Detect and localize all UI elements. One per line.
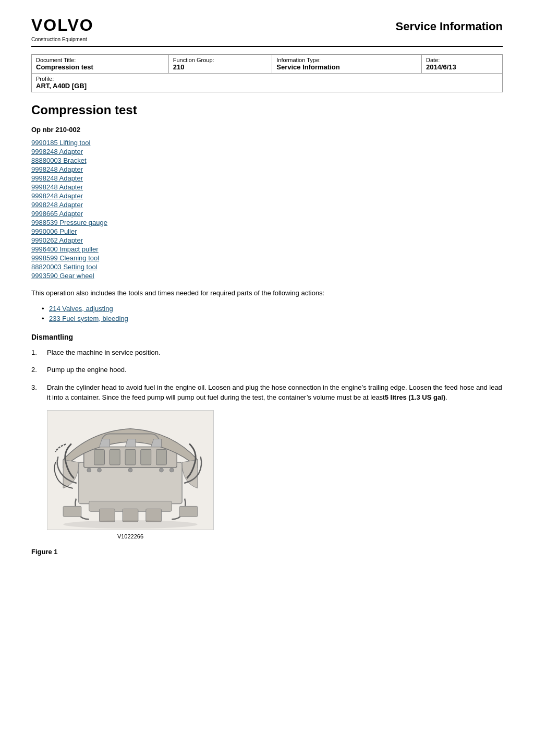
meta-date-cell: Date: 2014/6/13 — [421, 55, 502, 74]
list-item: 9990185 Lifting tool — [31, 139, 503, 147]
step-number-3: 3. — [31, 382, 47, 541]
tools-list: 9990185 Lifting tool 9998248 Adapter 888… — [31, 139, 503, 280]
step-content-3: Drain the cylinder head to avoid fuel in… — [47, 382, 503, 541]
step-2: 2. Pump up the engine hood. — [31, 365, 503, 375]
svg-point-16 — [128, 468, 132, 472]
bold-litres: 5 litres (1.3 US gal) — [385, 393, 445, 401]
page-title: Compression test — [31, 103, 503, 117]
function-group-label: Function Group: — [173, 57, 268, 63]
description-text: This operation also includes the tools a… — [31, 288, 503, 298]
tool-link-8[interactable]: 9998248 Adapter — [31, 201, 83, 209]
tool-link-15[interactable]: 88820003 Setting tool — [31, 263, 98, 271]
tool-link-12[interactable]: 9990262 Adapter — [31, 236, 83, 244]
list-item: 9993590 Gear wheel — [31, 272, 503, 280]
dismantling-heading: Dismantling — [31, 333, 503, 341]
list-item: 9996400 Impact puller — [31, 245, 503, 253]
service-information-title: Service Information — [396, 20, 503, 33]
svg-rect-7 — [156, 449, 167, 465]
svg-rect-6 — [141, 449, 151, 465]
page-header: VOLVO Construction Equipment Service Inf… — [31, 16, 503, 43]
related-link-2[interactable]: 233 Fuel system, bleeding — [49, 315, 128, 322]
svg-rect-9 — [100, 509, 115, 522]
tool-link-11[interactable]: 9990006 Puller — [31, 227, 77, 235]
svg-rect-3 — [94, 449, 105, 465]
document-title-label: Document Title: — [36, 57, 164, 63]
date-label: Date: — [426, 57, 498, 63]
svg-rect-5 — [125, 449, 136, 465]
list-item: 9998248 Adapter — [31, 183, 503, 191]
list-item: 233 Fuel system, bleeding — [42, 315, 503, 322]
list-item: 9998248 Adapter — [31, 201, 503, 209]
list-item: 9998248 Adapter — [31, 192, 503, 200]
logo-area: VOLVO Construction Equipment — [31, 16, 94, 43]
engine-illustration — [47, 411, 213, 530]
figure-label: Figure 1 — [31, 548, 503, 556]
list-item: 9998599 Cleaning tool — [31, 254, 503, 262]
tool-link-5[interactable]: 9998248 Adapter — [31, 174, 83, 182]
list-item: 9998248 Adapter — [31, 165, 503, 173]
step-1: 1. Place the machine in service position… — [31, 347, 503, 358]
step-number-1: 1. — [31, 347, 47, 358]
svg-point-18 — [169, 468, 174, 472]
tool-link-13[interactable]: 9996400 Impact puller — [31, 245, 99, 253]
meta-profile-row: Profile: ART, A40D [GB] — [32, 74, 503, 92]
meta-function-group-cell: Function Group: 210 — [168, 55, 272, 74]
list-item: 9990006 Puller — [31, 227, 503, 235]
svg-point-14 — [87, 468, 91, 472]
tool-link-10[interactable]: 9988539 Pressure gauge — [31, 219, 107, 226]
engine-diagram — [47, 410, 214, 530]
step-content-2: Pump up the engine hood. — [47, 365, 503, 375]
step-number-2: 2. — [31, 365, 47, 375]
document-title-value: Compression test — [36, 63, 164, 71]
svg-point-15 — [98, 468, 102, 472]
list-item: 9998665 Adapter — [31, 210, 503, 218]
tool-link-3[interactable]: 88880003 Bracket — [31, 157, 87, 164]
related-links-list: 214 Valves, adjusting 233 Fuel system, b… — [42, 305, 503, 322]
list-item: 88880003 Bracket — [31, 157, 503, 164]
tool-link-9[interactable]: 9998665 Adapter — [31, 210, 83, 218]
step-3: 3. Drain the cylinder head to avoid fuel… — [31, 382, 503, 541]
meta-table: Document Title: Compression test Functio… — [31, 54, 503, 92]
profile-value: ART, A40D [GB] — [36, 82, 498, 90]
svg-point-17 — [160, 468, 164, 472]
op-nbr: Op nbr 210-002 — [31, 126, 503, 134]
list-item: 9988539 Pressure gauge — [31, 219, 503, 226]
tool-link-2[interactable]: 9998248 Adapter — [31, 148, 83, 155]
svg-rect-12 — [63, 506, 81, 517]
function-group-value: 210 — [173, 63, 268, 71]
tool-link-6[interactable]: 9998248 Adapter — [31, 183, 83, 191]
svg-rect-11 — [146, 509, 162, 522]
information-type-label: Information Type: — [276, 57, 417, 63]
header-divider — [31, 46, 503, 47]
tool-link-4[interactable]: 9998248 Adapter — [31, 165, 83, 173]
volvo-logo: VOLVO — [31, 16, 94, 35]
figure-code: V1022266 — [47, 532, 214, 541]
svg-rect-10 — [123, 509, 138, 522]
information-type-value: Service Information — [276, 63, 417, 71]
svg-rect-13 — [179, 506, 198, 517]
step-content-1: Place the machine in service position. — [47, 347, 503, 358]
profile-label: Profile: — [36, 76, 498, 82]
svg-rect-4 — [110, 449, 120, 465]
construction-equipment-label: Construction Equipment — [31, 37, 87, 42]
meta-row-main: Document Title: Compression test Functio… — [32, 55, 503, 74]
tool-link-14[interactable]: 9998599 Cleaning tool — [31, 254, 99, 262]
list-item: 9990262 Adapter — [31, 236, 503, 244]
tool-link-7[interactable]: 9998248 Adapter — [31, 192, 83, 200]
list-item: 214 Valves, adjusting — [42, 305, 503, 313]
related-link-1[interactable]: 214 Valves, adjusting — [49, 305, 113, 313]
tool-link-1[interactable]: 9990185 Lifting tool — [31, 139, 90, 147]
list-item: 9998248 Adapter — [31, 174, 503, 182]
meta-document-title-cell: Document Title: Compression test — [32, 55, 169, 74]
list-item: 88820003 Setting tool — [31, 263, 503, 271]
list-item: 9998248 Adapter — [31, 148, 503, 155]
meta-information-type-cell: Information Type: Service Information — [272, 55, 422, 74]
svg-point-19 — [63, 520, 198, 529]
figure-area: V1022266 — [47, 410, 503, 541]
date-value: 2014/6/13 — [426, 63, 498, 71]
tool-link-16[interactable]: 9993590 Gear wheel — [31, 272, 94, 280]
meta-profile-cell: Profile: ART, A40D [GB] — [32, 74, 503, 92]
steps-list: 1. Place the machine in service position… — [31, 347, 503, 541]
